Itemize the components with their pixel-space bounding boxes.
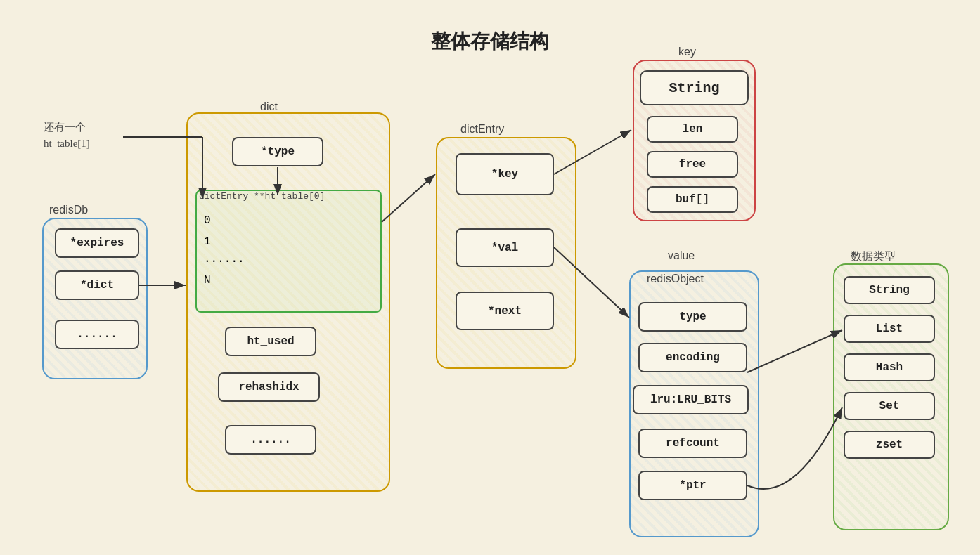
value-label: value (668, 249, 695, 262)
ht-dots: ...... (204, 253, 245, 266)
ro-refcount-box: refcount (638, 429, 747, 458)
ht-table-note: 还有一个ht_table[1] (44, 119, 90, 151)
dictentry-label: dictEntry (460, 123, 504, 136)
dict-dots-box: ...... (225, 425, 316, 455)
ro-lru-box: lru:LRU_BITS (633, 385, 749, 414)
dt-hash-box: Hash (844, 353, 935, 381)
key-free-box: free (647, 151, 738, 178)
redisdb-dots-box: ...... (55, 320, 139, 349)
ht-0: 0 (204, 214, 211, 227)
de-key-box: *key (456, 153, 554, 195)
key-string-box: String (640, 70, 749, 105)
dt-set-box: Set (844, 392, 935, 420)
page-title: 整体存储结构 (0, 28, 980, 55)
key-len-box: len (647, 116, 738, 143)
dict-label: dict (260, 100, 278, 113)
dt-zset-box: zset (844, 431, 935, 459)
datatypes-label: 数据类型 (851, 249, 896, 264)
ro-encoding-box: encoding (638, 343, 747, 372)
redisobject-label: redisObject (647, 273, 704, 285)
ht-n: N (204, 274, 211, 287)
redisdb-label: redisDb (49, 204, 88, 216)
dict-type-box: *type (232, 137, 323, 166)
httable-header: dictEntry **ht_table[0] (199, 191, 325, 202)
dict-rehashidx-box: rehashidx (218, 372, 320, 402)
key-buf-box: buf[] (647, 186, 738, 213)
dt-string-box: String (844, 276, 935, 304)
dt-list-box: List (844, 315, 935, 343)
ro-type-box: type (638, 302, 747, 332)
dict-ht-used-box: ht_used (225, 327, 316, 356)
ht-1: 1 (204, 235, 211, 248)
de-next-box: *next (456, 292, 554, 330)
svg-line-9 (747, 330, 842, 372)
de-val-box: *val (456, 228, 554, 267)
redisdb-dict-box: *dict (55, 270, 139, 300)
ro-ptr-box: *ptr (638, 471, 747, 500)
key-label: key (678, 46, 696, 58)
redisdb-expires-box: *expires (55, 228, 139, 258)
httable-panel (195, 190, 382, 313)
